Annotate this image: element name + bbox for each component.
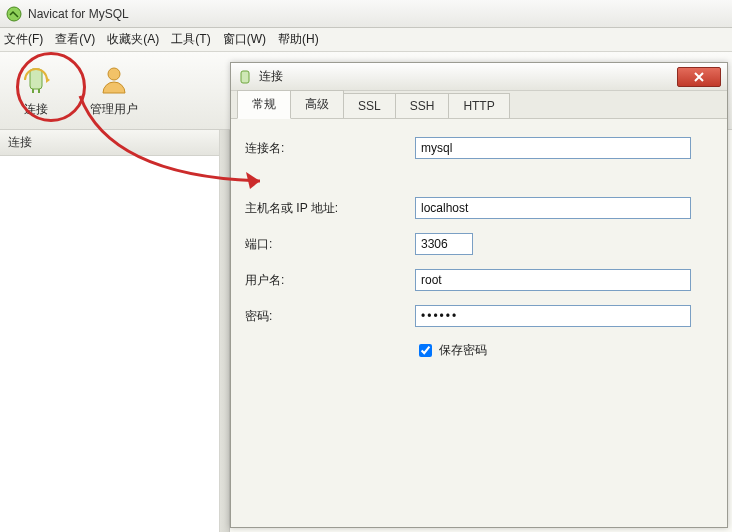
password-input[interactable]	[415, 305, 691, 327]
svg-marker-2	[46, 77, 50, 83]
host-label: 主机名或 IP 地址:	[245, 200, 415, 217]
svg-point-3	[108, 68, 120, 80]
svg-rect-4	[241, 71, 249, 83]
password-label: 密码:	[245, 308, 415, 325]
save-password-checkbox[interactable]	[419, 344, 432, 357]
connect-button[interactable]: 连接	[4, 58, 68, 122]
tab-ssh[interactable]: SSH	[395, 93, 450, 118]
titlebar: Navicat for MySQL	[0, 0, 732, 28]
conn-name-label: 连接名:	[245, 140, 415, 157]
tab-http[interactable]: HTTP	[448, 93, 509, 118]
user-input[interactable]	[415, 269, 691, 291]
sidebar-body[interactable]	[0, 156, 219, 532]
save-password-row[interactable]: 保存密码	[415, 341, 487, 360]
sidebar-title: 连接	[0, 130, 219, 156]
conn-name-input[interactable]	[415, 137, 691, 159]
close-button[interactable]	[677, 67, 721, 87]
user-icon	[97, 63, 131, 97]
tab-general[interactable]: 常规	[237, 90, 291, 119]
dialog-title: 连接	[259, 68, 671, 85]
dialog-titlebar: 连接	[231, 63, 727, 91]
menu-help[interactable]: 帮助(H)	[278, 31, 319, 48]
menubar: 文件(F) 查看(V) 收藏夹(A) 工具(T) 窗口(W) 帮助(H)	[0, 28, 732, 52]
dialog-icon	[237, 69, 253, 85]
manage-user-button[interactable]: 管理用户	[82, 58, 146, 122]
manage-user-label: 管理用户	[90, 101, 138, 118]
menu-file[interactable]: 文件(F)	[4, 31, 43, 48]
user-label: 用户名:	[245, 272, 415, 289]
splitter[interactable]	[220, 130, 230, 532]
sidebar: 连接	[0, 130, 220, 532]
close-icon	[693, 71, 705, 83]
port-label: 端口:	[245, 236, 415, 253]
tab-ssl[interactable]: SSL	[343, 93, 396, 118]
dialog-tabbar: 常规 高级 SSL SSH HTTP	[231, 91, 727, 119]
host-input[interactable]	[415, 197, 691, 219]
save-password-label: 保存密码	[439, 343, 487, 357]
window-title: Navicat for MySQL	[28, 7, 129, 21]
menu-view[interactable]: 查看(V)	[55, 31, 95, 48]
port-input[interactable]	[415, 233, 473, 255]
connect-label: 连接	[24, 101, 48, 118]
tab-advanced[interactable]: 高级	[290, 90, 344, 118]
plug-icon	[19, 63, 53, 97]
svg-rect-1	[30, 69, 42, 89]
menu-favorites[interactable]: 收藏夹(A)	[107, 31, 159, 48]
app-icon	[6, 6, 22, 22]
connection-dialog: 连接 常规 高级 SSL SSH HTTP 连接名: 主机名或 IP 地址: 端…	[230, 62, 728, 528]
menu-tools[interactable]: 工具(T)	[171, 31, 210, 48]
form: 连接名: 主机名或 IP 地址: 端口: 用户名: 密码: 保存密码	[231, 119, 727, 392]
menu-window[interactable]: 窗口(W)	[223, 31, 266, 48]
